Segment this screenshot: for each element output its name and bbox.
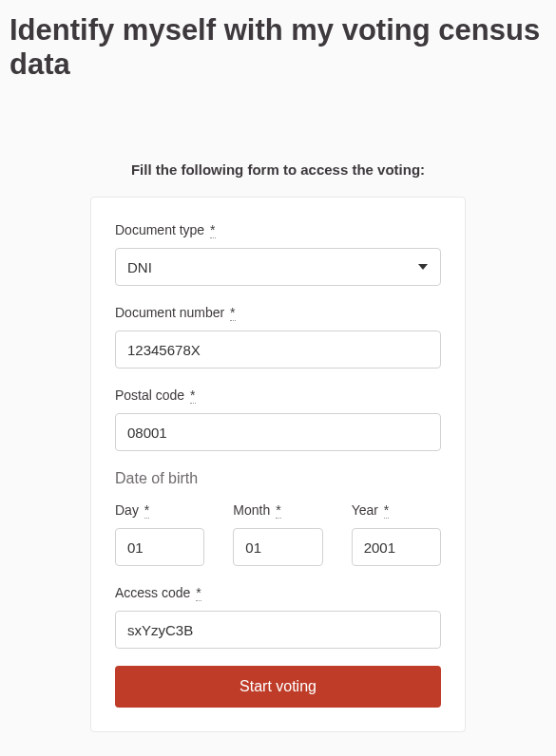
- postal-code-label: Postal code *: [115, 387, 441, 404]
- page-title: Identify myself with my voting census da…: [0, 0, 556, 91]
- document-number-label: Document number *: [115, 305, 441, 321]
- postal-code-input[interactable]: [115, 413, 441, 451]
- login-card: Document type * DNI Document number * Po…: [90, 197, 466, 732]
- dob-month-input[interactable]: [233, 528, 322, 566]
- document-type-select[interactable]: DNI: [115, 248, 441, 286]
- access-code-group: Access code *: [115, 585, 441, 649]
- dob-day-group: Day *: [115, 502, 204, 566]
- document-type-select-wrap: DNI: [115, 248, 441, 286]
- dob-row: Day * Month * Year *: [115, 502, 441, 566]
- start-voting-button[interactable]: Start voting: [115, 666, 441, 708]
- form-subtitle: Fill the following form to access the vo…: [0, 161, 556, 178]
- dob-year-input[interactable]: [352, 528, 441, 566]
- dob-day-input[interactable]: [115, 528, 204, 566]
- document-type-label: Document type *: [115, 222, 441, 238]
- dob-year-group: Year *: [352, 502, 441, 566]
- dob-title: Date of birth: [115, 470, 441, 487]
- access-code-label: Access code *: [115, 585, 441, 601]
- required-mark: *: [210, 222, 215, 238]
- document-number-input[interactable]: [115, 331, 441, 369]
- required-mark: *: [230, 305, 235, 321]
- access-code-input[interactable]: [115, 611, 441, 649]
- required-mark: *: [196, 585, 201, 601]
- postal-code-group: Postal code *: [115, 387, 441, 451]
- dob-day-label: Day *: [115, 502, 204, 519]
- document-type-group: Document type * DNI: [115, 222, 441, 286]
- required-mark: *: [190, 387, 195, 404]
- document-number-group: Document number *: [115, 305, 441, 369]
- dob-year-label: Year *: [352, 502, 441, 519]
- required-mark: *: [384, 502, 389, 519]
- dob-month-label: Month *: [233, 502, 322, 519]
- required-mark: *: [276, 502, 280, 519]
- dob-month-group: Month *: [233, 502, 322, 566]
- required-mark: *: [144, 502, 149, 519]
